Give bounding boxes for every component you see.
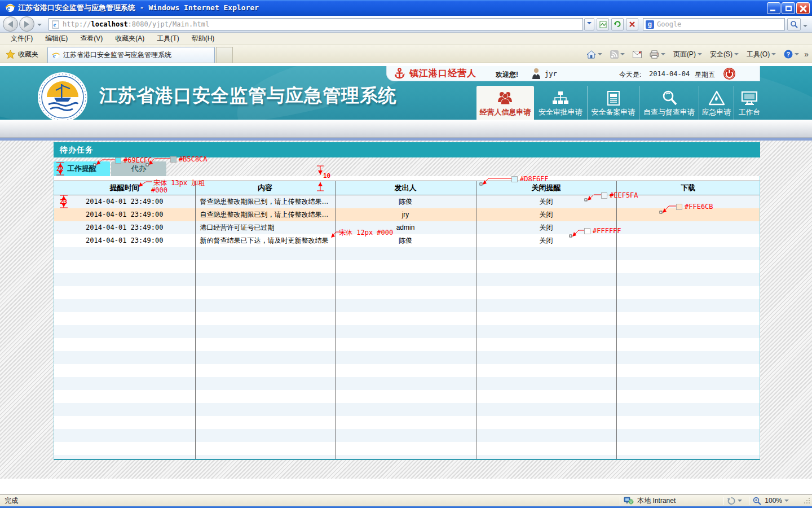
cell-sender	[335, 442, 476, 455]
cell-sender	[335, 377, 476, 390]
mail-button[interactable]	[630, 50, 645, 59]
port-logo	[37, 72, 88, 120]
restore-button[interactable]	[782, 2, 795, 14]
more-commands-chevron[interactable]: »	[804, 50, 809, 59]
table-row-empty	[54, 312, 760, 325]
cell-close[interactable]: 关闭	[476, 195, 616, 208]
zoom-level[interactable]: 100%	[765, 497, 782, 505]
menu-view[interactable]: 查看(V)	[74, 33, 109, 45]
content-area: 待办任务 工作提醒 代办 提醒时间 内容 发出人 关闭提醒 下载 2014-04…	[0, 141, 812, 479]
safety-menu-button[interactable]: 安全(S)	[707, 49, 742, 60]
cell-close	[476, 286, 616, 299]
cell-sender	[335, 286, 476, 299]
nav-safety-approval[interactable]: 安全审批申请	[534, 86, 587, 120]
address-dropdown-button[interactable]	[584, 18, 594, 30]
nav-self-inspection[interactable]: 自查与督查申请	[639, 86, 699, 120]
menu-edit[interactable]: 编辑(E)	[39, 33, 74, 45]
print-dropdown[interactable]	[661, 53, 665, 58]
nav-operator-info[interactable]: 经营人信息申请	[476, 86, 534, 120]
cell-content	[195, 273, 335, 286]
cell-close	[476, 403, 616, 416]
cell-close	[476, 247, 616, 260]
user-avatar	[531, 68, 541, 80]
cell-close	[476, 325, 616, 338]
cell-download	[616, 286, 760, 299]
cell-close[interactable]: 关闭	[476, 208, 616, 221]
help-dropdown[interactable]	[795, 53, 799, 58]
cell-close[interactable]: 关闭	[476, 234, 616, 247]
table-row-empty	[54, 338, 760, 351]
menu-favorites[interactable]: 收藏夹(A)	[109, 33, 151, 45]
table-row-empty	[54, 299, 760, 312]
zoom-dropdown[interactable]	[784, 500, 789, 504]
cell-sender: jry	[335, 208, 476, 221]
col-remind-time: 提醒时间	[54, 181, 195, 195]
feeds-dropdown[interactable]	[620, 53, 625, 58]
tab-delegate[interactable]: 代办	[111, 161, 166, 176]
cell-sender	[335, 325, 476, 338]
cell-download	[616, 325, 760, 338]
cell-content: 督查隐患整改期限已到，请上传整改结果…	[195, 195, 335, 208]
home-dropdown[interactable]	[598, 53, 602, 58]
history-dropdown[interactable]	[37, 24, 42, 28]
refresh-button[interactable]	[611, 18, 624, 30]
google-icon: g	[646, 20, 654, 29]
back-button[interactable]	[3, 16, 18, 32]
search-placeholder: Google	[657, 20, 681, 28]
menu-tools[interactable]: 工具(T)	[151, 33, 185, 45]
system-title: 江苏省港口安全监管与应急管理系统	[99, 84, 397, 108]
cell-close[interactable]: 关闭	[476, 221, 616, 234]
home-button[interactable]	[584, 49, 605, 60]
nav-emergency[interactable]: 应急申请	[699, 86, 734, 120]
cell-close	[476, 416, 616, 429]
magnifier-icon	[661, 89, 677, 106]
minimize-button[interactable]	[767, 2, 780, 14]
nav-workbench[interactable]: 工作台	[734, 86, 765, 120]
menu-help[interactable]: 帮助(H)	[186, 33, 221, 45]
search-button[interactable]	[787, 18, 801, 30]
browser-tab[interactable]: e 江苏省港口安全监管与应急管理系统	[47, 47, 215, 63]
close-button[interactable]	[796, 2, 810, 14]
cell-close	[476, 429, 616, 442]
nav-label: 应急申请	[702, 107, 731, 117]
page-menu-button[interactable]: 页面(P)	[670, 49, 705, 60]
forward-button[interactable]	[19, 16, 34, 32]
cell-time	[54, 351, 195, 364]
security-zone-label: 本地 Intranet	[637, 496, 676, 506]
nav-label: 安全审批申请	[539, 107, 582, 117]
feeds-button[interactable]	[607, 49, 628, 60]
cell-time	[54, 416, 195, 429]
cell-content	[195, 338, 335, 351]
print-button[interactable]	[647, 49, 668, 60]
cell-download	[616, 364, 760, 377]
protected-mode-dropdown[interactable]	[738, 500, 742, 504]
logout-power-button[interactable]	[723, 67, 736, 80]
cell-time	[54, 338, 195, 351]
menu-bar: 文件(F) 编辑(E) 查看(V) 收藏夹(A) 工具(T) 帮助(H)	[0, 33, 812, 45]
new-tab-stub[interactable]	[216, 47, 233, 63]
table-row: 2014-04-01 23:49:00港口经营许可证号已过期admin关闭	[54, 221, 760, 234]
cell-sender	[335, 247, 476, 260]
cell-time	[54, 247, 195, 260]
cell-download	[616, 351, 760, 364]
col-content: 内容	[195, 181, 335, 195]
search-box[interactable]: g Google	[643, 18, 785, 30]
protected-mode-icon[interactable]	[727, 497, 735, 505]
resize-grip[interactable]	[804, 497, 811, 505]
tab-work-reminder[interactable]: 工作提醒	[54, 161, 110, 176]
favorites-button[interactable]: 收藏夹	[2, 47, 42, 61]
nav-safety-record[interactable]: 安全备案申请	[587, 86, 639, 120]
favorites-bar: 收藏夹 e 江苏省港口安全监管与应急管理系统 页面(P) 安全(S) 工具(O)	[0, 45, 812, 63]
cell-time	[54, 390, 195, 403]
cell-download	[616, 442, 760, 455]
help-button[interactable]: ?	[781, 49, 802, 60]
tools-menu-button[interactable]: 工具(O)	[744, 49, 779, 60]
page-ie-icon: e	[51, 20, 60, 29]
compatibility-view-button[interactable]	[597, 18, 609, 30]
safety-dropdown	[734, 53, 739, 58]
menu-file[interactable]: 文件(F)	[5, 33, 39, 45]
table-row-empty	[54, 442, 760, 455]
search-options-dropdown[interactable]	[803, 25, 807, 29]
address-bar[interactable]: e http://localhost:8080/yjpt/Main.html	[48, 18, 583, 30]
stop-button[interactable]	[626, 18, 638, 30]
